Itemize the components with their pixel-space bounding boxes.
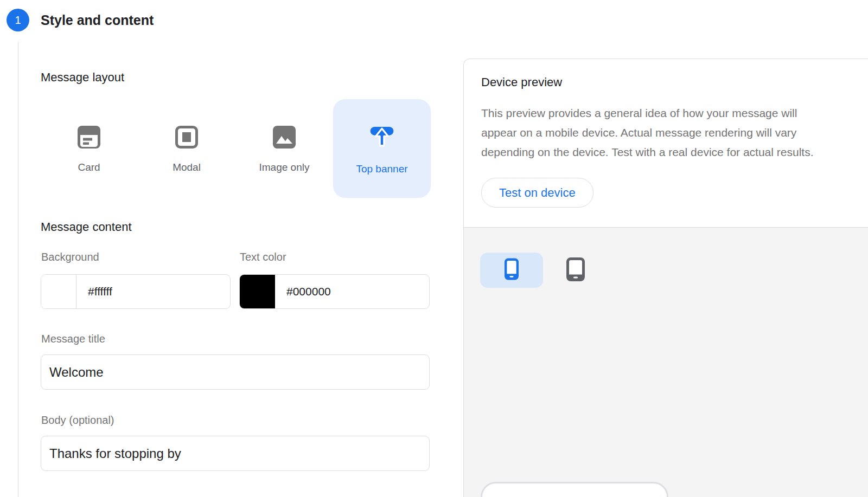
phone-preview-toggle[interactable] [480,253,543,288]
text-color-label: Text color [240,251,286,263]
description-line: depending on the device. Test with a rea… [481,143,813,162]
text-color-hex-input[interactable] [275,275,429,308]
layout-option-image-only[interactable]: Image only [235,99,333,198]
test-on-device-label: Test on device [499,186,576,200]
message-layout-heading: Message layout [41,70,124,85]
phone-mockup: Welcome Thanks for stopping by [481,482,668,497]
test-on-device-button[interactable]: Test on device [481,178,593,208]
layout-option-label: Modal [173,162,201,173]
device-preview-canvas: Welcome Thanks for stopping by [464,227,868,497]
page-title: Style and content [41,12,154,28]
background-color-field [41,274,231,309]
modal-layout-icon [174,124,200,152]
card-layout-icon [76,124,102,152]
layout-option-label: Card [78,162,100,173]
top-banner-layout-icon [367,122,397,154]
background-swatch[interactable] [41,275,76,308]
layout-options-group: Card Modal Image only Top banner [40,99,431,198]
layout-option-top-banner[interactable]: Top banner [333,99,431,198]
tablet-icon [566,257,585,283]
message-title-label: Message title [41,333,105,345]
background-hex-input[interactable] [76,275,230,308]
layout-option-label: Image only [259,162,310,173]
layout-option-card[interactable]: Card [40,99,138,198]
description-line: This preview provides a general idea of … [481,104,813,123]
message-title-input[interactable] [41,355,429,389]
text-color-field [239,274,430,309]
stepper-connector-line [18,42,18,497]
tablet-preview-toggle[interactable] [544,253,607,288]
layout-option-label: Top banner [356,163,407,175]
layout-option-modal[interactable]: Modal [138,99,235,198]
device-preview-description: This preview provides a general idea of … [481,104,813,162]
body-input[interactable] [41,436,429,470]
step-number-badge: 1 [7,9,29,31]
background-label: Background [41,251,99,263]
device-preview-header: Device preview This preview provides a g… [464,59,868,227]
step-number: 1 [15,14,21,27]
smartphone-icon [505,257,519,283]
message-title-field [41,354,430,390]
description-line: appear on a mobile device. Actual messag… [481,123,813,143]
body-label: Body (optional) [41,414,114,427]
message-content-heading: Message content [41,220,132,234]
text-color-swatch[interactable] [240,275,275,308]
device-preview-card: Device preview This preview provides a g… [463,59,868,497]
device-preview-title: Device preview [481,75,562,89]
image-only-layout-icon [271,124,297,152]
body-field [41,436,430,471]
